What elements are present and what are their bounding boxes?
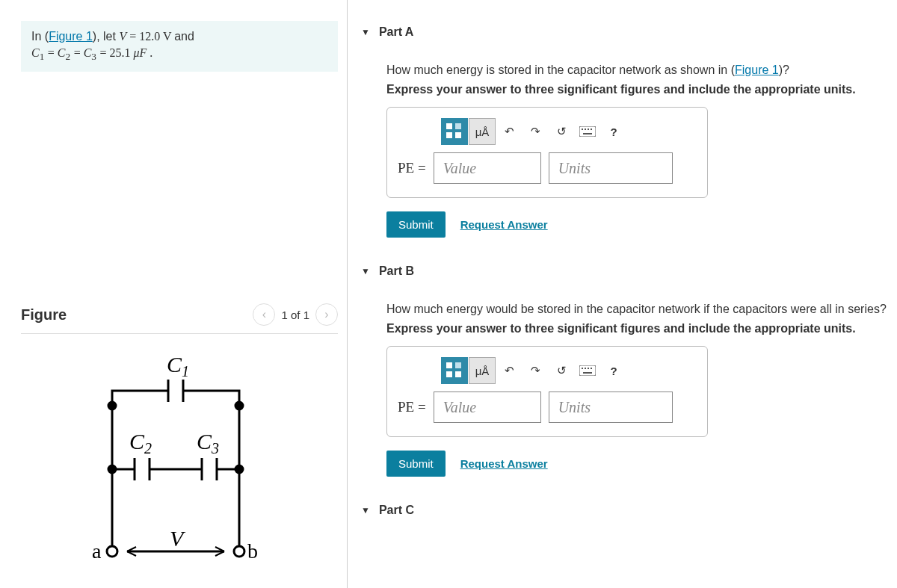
part-c-header[interactable]: ▼ Part C bbox=[361, 499, 893, 522]
part-b-question: How much energy would be stored in the c… bbox=[386, 300, 893, 318]
figure-link[interactable]: Figure 1 bbox=[49, 30, 93, 43]
special-chars-button[interactable]: μÅ bbox=[469, 118, 496, 145]
svg-point-11 bbox=[234, 546, 244, 557]
svg-rect-25 bbox=[582, 368, 583, 369]
circuit-figure: C1 C2 C3 V a b bbox=[71, 346, 288, 578]
svg-rect-27 bbox=[588, 368, 589, 369]
help-button[interactable]: ? bbox=[601, 119, 626, 144]
svg-rect-28 bbox=[591, 368, 592, 369]
part-b-header[interactable]: ▼ Part B bbox=[361, 260, 893, 282]
part-b-lhs: PE = bbox=[398, 399, 426, 415]
svg-text:C2: C2 bbox=[129, 429, 152, 457]
part-a-header[interactable]: ▼ Part A bbox=[361, 21, 893, 43]
svg-rect-23 bbox=[583, 133, 592, 134]
redo-button[interactable]: ↷ bbox=[523, 358, 548, 383]
special-chars-button[interactable]: μÅ bbox=[469, 357, 496, 384]
svg-rect-22 bbox=[591, 129, 592, 130]
svg-text:b: b bbox=[247, 539, 258, 563]
part-a-lhs: PE = bbox=[398, 160, 426, 176]
undo-button[interactable]: ↶ bbox=[496, 358, 522, 383]
help-button[interactable]: ? bbox=[601, 358, 626, 383]
part-a-request-answer[interactable]: Request Answer bbox=[460, 218, 548, 231]
collapse-icon: ▼ bbox=[361, 27, 370, 37]
svg-rect-19 bbox=[582, 129, 583, 130]
collapse-icon: ▼ bbox=[361, 266, 370, 276]
svg-text:V: V bbox=[170, 526, 186, 551]
figure-link[interactable]: Figure 1 bbox=[735, 64, 779, 76]
part-a-question: How much energy is stored in the capacit… bbox=[386, 61, 893, 78]
next-figure-button[interactable]: › bbox=[315, 303, 338, 326]
svg-rect-26 bbox=[585, 368, 586, 369]
templates-button[interactable] bbox=[441, 118, 468, 145]
keyboard-button[interactable] bbox=[575, 358, 600, 383]
templates-button[interactable] bbox=[441, 357, 468, 384]
svg-point-6 bbox=[108, 402, 116, 409]
part-b-units-input[interactable]: Units bbox=[549, 392, 673, 423]
figure-pager: ‹ 1 of 1 › bbox=[253, 303, 338, 326]
svg-text:C3: C3 bbox=[197, 429, 219, 457]
reset-button[interactable]: ↺ bbox=[549, 358, 574, 383]
collapse-icon: ▼ bbox=[361, 505, 370, 516]
svg-rect-29 bbox=[583, 372, 592, 374]
svg-rect-21 bbox=[588, 129, 589, 130]
undo-button[interactable]: ↶ bbox=[496, 119, 522, 144]
part-a-units-input[interactable]: Units bbox=[549, 152, 673, 184]
svg-text:a: a bbox=[92, 539, 102, 563]
svg-point-7 bbox=[235, 402, 243, 409]
problem-statement: In (Figure 1), let V = 12.0 V and C1 = C… bbox=[21, 21, 338, 72]
reset-button[interactable]: ↺ bbox=[549, 119, 574, 144]
part-b-instruction: Express your answer to three significant… bbox=[386, 322, 893, 335]
svg-rect-24 bbox=[579, 365, 596, 376]
figure-title: Figure bbox=[21, 306, 67, 324]
svg-point-10 bbox=[107, 546, 117, 557]
prev-figure-button[interactable]: ‹ bbox=[253, 303, 275, 326]
svg-text:C1: C1 bbox=[167, 352, 189, 380]
part-a-value-input[interactable]: Value bbox=[434, 152, 541, 184]
keyboard-button[interactable] bbox=[575, 119, 600, 144]
part-a-answer-box: μÅ ↶ ↷ ↺ ? PE = Value Units bbox=[386, 107, 708, 198]
svg-rect-20 bbox=[585, 129, 586, 130]
part-a-submit-button[interactable]: Submit bbox=[386, 211, 446, 238]
part-b-value-input[interactable]: Value bbox=[434, 392, 541, 423]
svg-rect-18 bbox=[579, 126, 596, 137]
part-b-answer-box: μÅ ↶ ↷ ↺ ? PE = Value Units bbox=[386, 346, 708, 437]
part-b-submit-button[interactable]: Submit bbox=[386, 451, 446, 477]
part-a-instruction: Express your answer to three significant… bbox=[386, 83, 893, 96]
part-b-request-answer[interactable]: Request Answer bbox=[460, 457, 548, 470]
redo-button[interactable]: ↷ bbox=[523, 119, 548, 144]
